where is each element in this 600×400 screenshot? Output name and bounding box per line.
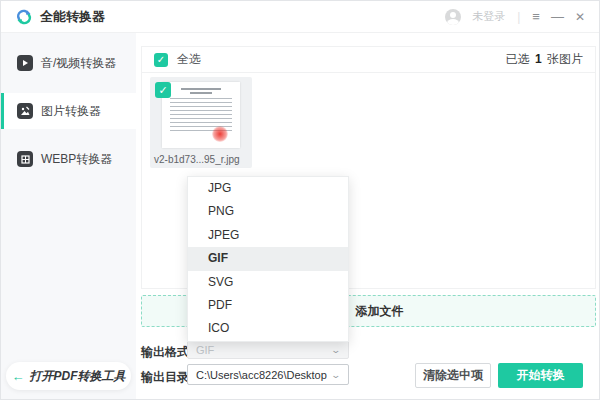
menu-icon[interactable]: ≡ — [532, 10, 540, 23]
selected-count: 已选 1 张图片 — [506, 51, 583, 68]
dropdown-option-jpg[interactable]: JPG — [188, 177, 348, 200]
dropdown-option-png[interactable]: PNG — [188, 200, 348, 223]
dropdown-option-gif[interactable]: GIF — [188, 247, 348, 270]
output-format-value: GIF — [196, 344, 214, 356]
minimize-icon[interactable]: — — [551, 10, 564, 23]
selected-count-prefix: 已选 — [506, 52, 530, 66]
image-converter-icon — [17, 103, 33, 119]
output-format-select[interactable]: GIF ⌄ — [187, 340, 349, 359]
red-seal-stamp — [212, 126, 228, 142]
sidebar-item-label: 图片转换器 — [41, 103, 101, 120]
dropdown-option-ico[interactable]: ICO — [188, 317, 348, 340]
titlebar: 全能转换器 未登录 | ≡ — ✕ — [1, 1, 599, 33]
titlebar-divider: | — [517, 10, 520, 24]
login-status[interactable]: 未登录 — [472, 9, 505, 24]
output-dir-value: C:\Users\acc8226\Desktop — [196, 369, 327, 381]
file-name: v2-b1d73...95_r.jpg — [150, 154, 252, 165]
open-pdf-tool-button[interactable]: ← 打开PDF转换工具 — [6, 362, 131, 390]
open-pdf-tool-label: 打开PDF转换工具 — [30, 368, 126, 385]
file-thumbnail-card[interactable]: ✓ v2-b1d73...95_r.jpg — [150, 77, 252, 168]
dropdown-option-jpeg[interactable]: JPEG — [188, 224, 348, 247]
format-dropdown: JPGPNGJPEGGIFSVGPDFICO — [187, 176, 349, 342]
selected-count-number: 1 — [533, 52, 544, 66]
sidebar-item-image-converter[interactable]: 图片转换器 — [1, 93, 136, 129]
app-logo-icon — [15, 8, 33, 26]
sidebar-item-webp-converter[interactable]: WEBP转换器 — [1, 142, 136, 176]
output-dir-label: 输出目录: — [141, 369, 193, 386]
close-icon[interactable]: ✕ — [575, 11, 585, 23]
sidebar: 音/视频转换器 图片转换器 WEBP转换器 ← 打开PDF转换工具 — [1, 33, 136, 399]
chevron-down-icon: ⌄ — [331, 370, 342, 380]
left-arrow-icon: ← — [12, 369, 25, 384]
select-all-label: 全选 — [177, 51, 201, 68]
file-thumbnail-image — [162, 82, 240, 148]
sidebar-item-label: 音/视频转换器 — [41, 55, 116, 72]
select-all-checkbox[interactable]: ✓ — [154, 53, 168, 67]
output-format-label: 输出格式: — [141, 344, 193, 361]
output-dir-select[interactable]: C:\Users\acc8226\Desktop ⌄ — [187, 364, 349, 385]
start-convert-button[interactable]: 开始转换 — [498, 363, 583, 388]
user-avatar-icon[interactable] — [445, 9, 461, 25]
file-panel-header: ✓ 全选 已选 1 张图片 — [142, 47, 595, 73]
clear-selected-button[interactable]: 清除选中项 — [415, 363, 491, 388]
dropdown-option-pdf[interactable]: PDF — [188, 294, 348, 317]
video-converter-icon — [17, 55, 33, 71]
sidebar-item-label: WEBP转换器 — [41, 151, 112, 168]
sidebar-item-audio-video-converter[interactable]: 音/视频转换器 — [1, 46, 136, 80]
file-checkbox[interactable]: ✓ — [155, 82, 171, 98]
add-file-label: 添加文件 — [356, 303, 404, 320]
dropdown-option-svg[interactable]: SVG — [188, 271, 348, 294]
selected-count-suffix: 张图片 — [547, 52, 583, 66]
chevron-down-icon: ⌄ — [331, 345, 342, 355]
app-title: 全能转换器 — [40, 8, 105, 26]
webp-converter-icon — [17, 151, 33, 167]
